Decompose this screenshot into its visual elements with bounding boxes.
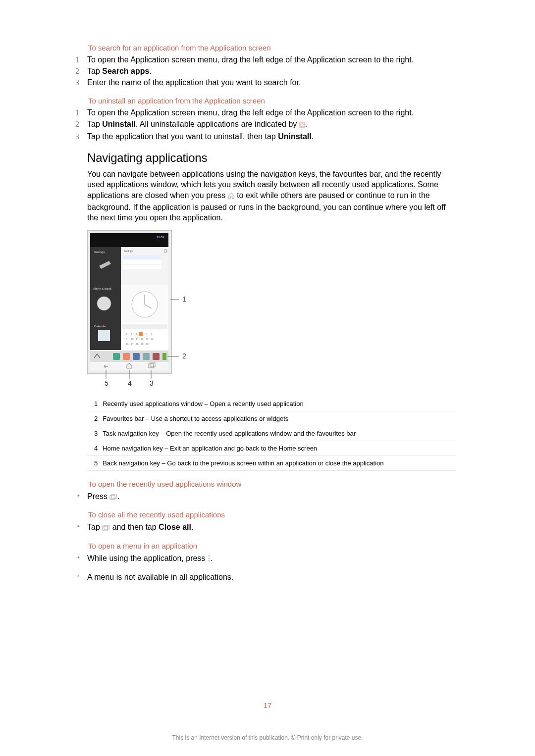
svg-text:Settings: Settings — [94, 251, 105, 253]
legend-text: Home navigation key – Exit an applicatio… — [103, 441, 456, 455]
section-title: To search for an application from the Ap… — [88, 44, 456, 52]
step-text: To open the Application screen menu, dra… — [87, 108, 456, 118]
disclaimer-text: This is an Internet version of this publ… — [0, 734, 535, 741]
svg-text:2: 2 — [182, 352, 186, 360]
svg-text:Calendar: Calendar — [94, 325, 106, 328]
section-title: To uninstall an application from the App… — [88, 97, 456, 105]
svg-text:14: 14 — [151, 338, 154, 341]
svg-rect-44 — [133, 353, 140, 360]
svg-text:13: 13 — [146, 338, 149, 341]
step-number: 2 — [75, 66, 87, 77]
svg-text:Alarm & clock: Alarm & clock — [93, 287, 112, 290]
list-item: 1 To open the Application screen menu, d… — [87, 55, 456, 65]
svg-text:12: 12 — [141, 338, 144, 341]
legend-text: Back navigation key – Go back to the pre… — [103, 455, 456, 470]
svg-text:3: 3 — [150, 379, 154, 387]
section-title: To open the recently used applications w… — [88, 480, 456, 488]
bullet-list: • Tap and then tap Close all. — [87, 522, 456, 534]
step-number: 3 — [75, 132, 87, 142]
svg-text:16: 16 — [126, 343, 129, 346]
step-number: 2 — [75, 119, 87, 130]
svg-rect-62 — [111, 495, 116, 499]
legend-num: 4 — [87, 441, 103, 455]
svg-rect-10 — [123, 265, 161, 269]
legend-text: Favourites bar – Use a shortcut to acces… — [103, 411, 456, 426]
table-row: 2Favourites bar – Use a shortcut to acce… — [87, 411, 456, 426]
step-number: 3 — [75, 78, 87, 88]
list-item: • Press . — [87, 491, 456, 503]
section-title: To open a menu in an application — [88, 542, 456, 550]
note-text: A menu is not available in all applicati… — [87, 573, 233, 582]
task-key-icon — [102, 523, 110, 534]
svg-text:2: 2 — [126, 333, 127, 336]
svg-rect-23 — [122, 324, 167, 329]
legend-table: 1Recently used applications window – Ope… — [87, 397, 456, 471]
bullet-list: • Press . — [87, 491, 456, 503]
bullet-list: • While using the application, press . — [87, 553, 456, 565]
home-icon — [228, 191, 235, 202]
delete-x-icon — [299, 120, 305, 131]
svg-text:9: 9 — [126, 338, 127, 341]
note-mark-icon: • — [77, 573, 87, 582]
bullet: • — [77, 522, 87, 531]
svg-rect-64 — [104, 525, 109, 529]
legend-text: Recently used applications window – Open… — [103, 397, 456, 411]
svg-text:18: 18 — [136, 343, 139, 346]
numbered-list: 1 To open the Application screen menu, d… — [87, 55, 456, 88]
table-row: 1Recently used applications window – Ope… — [87, 397, 456, 411]
svg-rect-43 — [123, 353, 130, 360]
menu-dots-icon — [208, 554, 211, 565]
svg-rect-21 — [98, 330, 110, 341]
step-number: 1 — [75, 55, 87, 65]
step-text: Tap Uninstall. All uninstallable applica… — [87, 119, 456, 131]
section-title: To close all the recently used applicati… — [88, 510, 456, 519]
step-text: To open the Application screen menu, dra… — [87, 55, 456, 65]
svg-rect-47 — [162, 353, 166, 360]
bullet: • — [77, 553, 87, 562]
list-item: 3 Tap the application that you want to u… — [87, 132, 456, 142]
svg-point-66 — [208, 558, 210, 559]
svg-text:23:09: 23:09 — [157, 236, 164, 239]
svg-text:5: 5 — [105, 379, 108, 387]
svg-text:6: 6 — [146, 333, 147, 336]
bullet: • — [77, 491, 87, 501]
section-uninstall: To uninstall an application from the App… — [87, 97, 456, 142]
page-number: 17 — [0, 701, 535, 709]
legend-num: 5 — [87, 455, 103, 470]
svg-text:3: 3 — [131, 333, 132, 336]
svg-text:Settings: Settings — [124, 250, 133, 252]
list-item: 2 Tap Uninstall. All uninstallable appli… — [87, 119, 456, 131]
step-text: Enter the name of the application that y… — [87, 78, 456, 88]
numbered-list: 1 To open the Application screen menu, d… — [87, 108, 456, 142]
svg-rect-8 — [123, 255, 161, 259]
svg-point-14 — [97, 297, 111, 310]
legend-num: 1 — [87, 397, 103, 411]
list-item: • While using the application, press . — [87, 553, 456, 565]
svg-text:20: 20 — [146, 343, 149, 346]
table-row: 4Home navigation key – Exit an applicati… — [87, 441, 456, 455]
phone-diagram: 23:09 Settings Settings Alarm & clock Ca… — [87, 230, 186, 389]
svg-rect-46 — [153, 353, 160, 360]
svg-point-65 — [208, 555, 210, 557]
step-text: Tap Search apps. — [87, 66, 456, 77]
svg-text:17: 17 — [131, 343, 134, 346]
legend-text: Task navigation key – Open the recently … — [103, 426, 456, 441]
svg-rect-9 — [123, 260, 161, 264]
paragraph: You can navigate between applications us… — [87, 169, 456, 223]
task-key-icon — [109, 492, 117, 503]
svg-text:10: 10 — [131, 338, 134, 341]
list-item: 1 To open the Application screen menu, d… — [87, 108, 456, 118]
svg-rect-27 — [139, 332, 143, 336]
phone-illustration: 23:09 Settings Settings Alarm & clock Ca… — [87, 230, 456, 389]
svg-rect-63 — [103, 526, 107, 530]
svg-rect-42 — [113, 353, 120, 360]
svg-text:1: 1 — [182, 295, 186, 303]
legend-num: 2 — [87, 411, 103, 426]
svg-point-67 — [208, 560, 210, 562]
svg-text:7: 7 — [151, 333, 152, 336]
svg-text:19: 19 — [141, 343, 144, 346]
step-text: Tap the application that you want to uni… — [87, 132, 456, 142]
legend-num: 3 — [87, 426, 103, 441]
note: • A menu is not available in all applica… — [87, 573, 456, 582]
footer: 17 This is an Internet version of this p… — [0, 701, 535, 741]
